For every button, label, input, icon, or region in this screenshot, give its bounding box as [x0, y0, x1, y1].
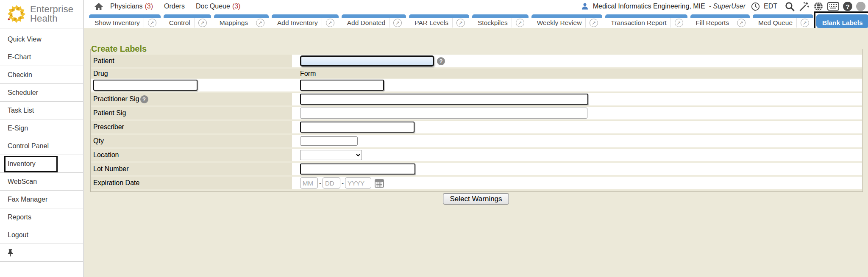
sidebar-item-control-panel[interactable]: Control Panel: [0, 137, 83, 155]
logo-line1: Enterprise: [30, 5, 73, 14]
nav-link-count: (3): [232, 3, 241, 10]
sidebar-item-logout[interactable]: Logout: [0, 226, 83, 244]
practitioner-sig-input[interactable]: [300, 94, 588, 105]
form-row-prescriber: Prescriber: [91, 121, 862, 133]
tab-add-inventory[interactable]: Add Inventory ↗: [272, 14, 339, 28]
patient-sig-value-cell: [292, 107, 862, 119]
tab-show-inventory[interactable]: Show Inventory ↗: [89, 14, 161, 28]
sidebar-item-checkin[interactable]: Checkin: [0, 66, 83, 84]
tab-label: Add Inventory: [277, 19, 318, 27]
tab-mappings[interactable]: Mappings ↗: [214, 14, 269, 28]
open-new-window-icon[interactable]: ↗: [326, 19, 334, 27]
tab-label: Fill Reports: [696, 19, 729, 27]
open-new-window-icon[interactable]: ↗: [675, 19, 683, 27]
sidebar-item-e-chart[interactable]: E-Chart: [0, 48, 83, 66]
location-label: Location: [91, 149, 292, 161]
sidebar-item-task-list[interactable]: Task List: [0, 102, 83, 119]
tab-top-strip: [164, 14, 211, 18]
tab-par-levels[interactable]: PAR Levels ↗: [409, 14, 469, 28]
open-new-window-icon[interactable]: ↗: [516, 19, 524, 27]
tab-body: Weekly Review ↗: [531, 18, 603, 28]
clock-icon[interactable]: [751, 2, 760, 11]
open-new-window-icon[interactable]: ↗: [198, 19, 207, 27]
patient-sig-input[interactable]: [300, 108, 587, 119]
role-dash: -: [709, 3, 711, 10]
avatar[interactable]: [856, 2, 865, 11]
date-separator: -: [342, 180, 344, 187]
open-new-window-icon[interactable]: ↗: [393, 19, 402, 27]
select-warnings-button[interactable]: Select Warnings: [443, 193, 509, 205]
expiration-year-input[interactable]: [345, 177, 371, 188]
expiration-month-input[interactable]: [300, 177, 318, 188]
tab-blank-labels[interactable]: Blank Labels ↗: [816, 14, 868, 28]
prescriber-input[interactable]: [300, 122, 415, 133]
calendar-icon[interactable]: [374, 178, 384, 188]
home-icon[interactable]: [94, 2, 103, 11]
help-icon[interactable]: ?: [843, 2, 852, 11]
sidebar-item-inventory[interactable]: Inventory: [0, 155, 83, 173]
tab-divider: [389, 18, 389, 28]
open-new-window-icon[interactable]: ↗: [590, 19, 598, 27]
patient-label: Patient: [91, 55, 292, 67]
sidebar-item-scheduler[interactable]: Scheduler: [0, 84, 83, 102]
topnav-user-area: Medical Informatics Engineering, MIE - S…: [581, 1, 865, 12]
sidebar-menu: Quick View E-Chart Checkin Scheduler Tas…: [0, 28, 83, 244]
tab-divider: [512, 18, 512, 28]
form-row-practitioner-sig: Practitioner Sig ?: [91, 93, 862, 105]
form-row-location: Location: [91, 149, 862, 161]
tab-add-donated[interactable]: Add Donated ↗: [342, 14, 406, 28]
sidebar-item-reports[interactable]: Reports: [0, 208, 83, 226]
tab-divider: [670, 18, 671, 28]
sidebar-pin-toggle[interactable]: [0, 244, 83, 262]
prescriber-label: Prescriber: [91, 121, 292, 133]
sidebar-item-quick-view[interactable]: Quick View: [0, 30, 83, 48]
logo: Enterprise Health: [0, 0, 83, 28]
search-icon[interactable]: [785, 1, 795, 12]
patient-help-icon[interactable]: ?: [437, 57, 445, 65]
sidebar-item-label: Logout: [8, 231, 28, 239]
location-select[interactable]: [300, 150, 362, 160]
open-new-window-icon[interactable]: ↗: [256, 19, 264, 27]
globe-icon[interactable]: [813, 1, 823, 11]
sidebar-item-webscan[interactable]: WebScan: [0, 173, 83, 191]
sidebar-item-label: Scheduler: [8, 89, 38, 97]
tab-stockpiles[interactable]: Stockpiles ↗: [472, 14, 529, 28]
wand-icon[interactable]: [799, 1, 810, 12]
tab-body: Fill Reports ↗: [690, 18, 750, 28]
open-new-window-icon[interactable]: ↗: [737, 19, 746, 27]
nav-link-doc-queue[interactable]: Doc Queue (3): [196, 3, 241, 10]
qty-input[interactable]: [300, 136, 358, 146]
open-new-window-icon[interactable]: ↗: [456, 19, 465, 27]
tab-weekly-review[interactable]: Weekly Review ↗: [531, 14, 603, 28]
nav-link-label: Doc Queue: [196, 3, 230, 10]
lot-number-input[interactable]: [300, 163, 415, 175]
form-input[interactable]: [300, 80, 384, 91]
open-new-window-icon[interactable]: ↗: [148, 19, 156, 27]
enterprise-health-logo-icon: [7, 4, 26, 24]
sidebar-item-fax-manager[interactable]: Fax Manager: [0, 191, 83, 208]
expiration-date-value-cell: - -: [292, 177, 862, 189]
org-name[interactable]: Medical Informatics Engineering, MIE: [593, 3, 705, 10]
drug-input[interactable]: [93, 80, 198, 91]
tab-transaction-report[interactable]: Transaction Report ↗: [605, 14, 687, 28]
tab-med-queue[interactable]: Med Queue ↗: [753, 14, 813, 28]
tabs-bar: Show Inventory ↗ Control ↗ Mappings ↗: [84, 14, 868, 28]
location-value-cell: [292, 149, 862, 161]
open-new-window-icon[interactable]: ↗: [801, 19, 809, 27]
form-row-qty: Qty: [91, 135, 862, 147]
logo-text: Enterprise Health: [30, 5, 73, 23]
expiration-day-input[interactable]: [323, 177, 340, 188]
tab-fill-reports[interactable]: Fill Reports ↗: [690, 14, 750, 28]
sidebar-item-e-sign[interactable]: E-Sign: [0, 119, 83, 137]
nav-link-physicians[interactable]: Physicians (3): [110, 3, 153, 10]
tab-label: Transaction Report: [611, 19, 666, 27]
keyboard-icon[interactable]: [827, 2, 839, 11]
tab-control[interactable]: Control ↗: [164, 14, 211, 28]
practitioner-sig-label: Practitioner Sig: [93, 95, 139, 103]
nav-link-orders[interactable]: Orders: [164, 3, 185, 10]
tab-top-strip: [472, 14, 529, 18]
practitioner-sig-help-icon[interactable]: ?: [140, 95, 148, 103]
patient-input[interactable]: [300, 55, 434, 66]
tab-divider: [194, 18, 195, 28]
qty-label: Qty: [91, 135, 292, 147]
